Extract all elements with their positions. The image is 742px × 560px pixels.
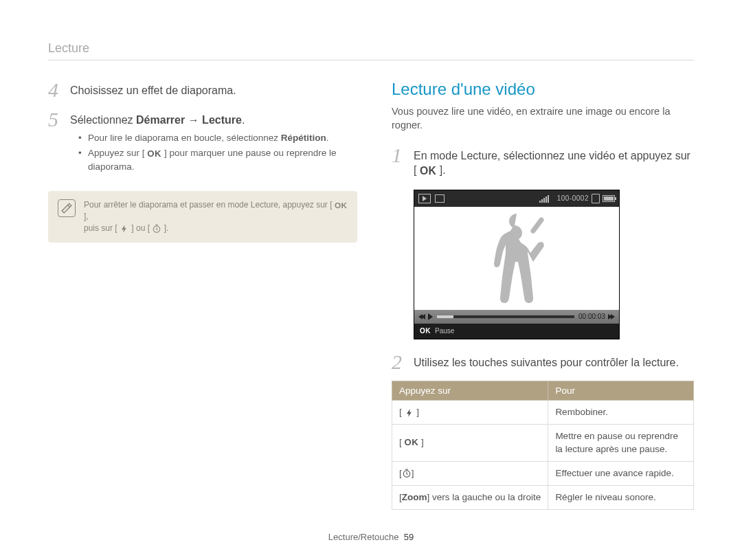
progress-bar [437, 315, 574, 318]
play-icon [428, 313, 433, 320]
flash-icon [405, 408, 414, 418]
step-2: 2 Utilisez les touches suivantes pour co… [392, 352, 694, 374]
bullet-repetition: Pour lire le diaporama en boucle, sélect… [81, 131, 357, 145]
battery-icon [603, 195, 615, 202]
table-row: [ OK ] Mettre en pause ou reprendre la l… [392, 425, 694, 461]
signal-icon [539, 194, 554, 203]
key-zoom: [Zoom] vers la gauche ou la droite [392, 486, 548, 510]
key-timer: [] [392, 461, 548, 485]
ok-icon: OK [147, 147, 161, 160]
ok-icon: OK [420, 164, 437, 178]
footer-label: Pause [435, 327, 454, 335]
table-row: [Zoom] vers la gauche ou la droite Régle… [392, 486, 694, 510]
timer-icon [152, 224, 161, 234]
step-number: 5 [48, 109, 63, 175]
svg-rect-1 [539, 201, 541, 203]
bullet-pause: Appuyez sur [ OK ] pour marquer une paus… [81, 146, 357, 174]
file-counter: 100-0002 [557, 194, 589, 202]
ok-icon: OK [405, 437, 419, 447]
table-header-action: Pour [548, 381, 694, 401]
section-title: Lecture d'une vidéo [392, 80, 694, 99]
step-5: 5 Sélectionnez Démarrer → Lecture. Pour … [48, 109, 357, 175]
step-number: 1 [392, 145, 407, 183]
page-number: 59 [404, 532, 414, 542]
step-number: 4 [48, 80, 63, 102]
header-rule [48, 60, 694, 60]
note-text: Pour arrêter le diaporama et passer en m… [84, 199, 348, 234]
action-ffwd: Effectuer une avance rapide. [548, 461, 694, 485]
video-footer: OK Pause [414, 324, 619, 339]
svg-rect-3 [543, 198, 545, 203]
column-left: 4 Choisissez un effet de diaporama. 5 Sé… [48, 80, 357, 510]
table-row: [ ] Rembobiner. [392, 401, 694, 425]
video-preview: 100-0002 00:00:03 [414, 190, 620, 339]
sd-card-icon [592, 194, 600, 203]
svg-rect-5 [548, 195, 549, 203]
key-ok: [ OK ] [392, 425, 548, 461]
step-1: 1 En mode Lecture, sélectionnez une vidé… [392, 145, 694, 183]
action-rewind: Rembobiner. [548, 401, 694, 425]
step-text: Sélectionnez Démarrer → Lecture. [70, 113, 357, 128]
page-header: Lecture [48, 41, 694, 56]
play-mode-icon [418, 194, 431, 203]
timecode: 00:00:03 [578, 313, 605, 320]
pencil-note-icon [58, 199, 76, 217]
action-pause: Mettre en pause ou reprendre la lecture … [548, 425, 694, 461]
step-4: 4 Choisissez un effet de diaporama. [48, 80, 357, 102]
svg-rect-2 [541, 199, 543, 203]
video-status-bar: 100-0002 [414, 190, 619, 207]
table-row: [] Effectuer une avance rapide. [392, 461, 694, 485]
step-number: 2 [392, 352, 407, 374]
fast-forward-icon [609, 314, 615, 320]
ok-icon: OK [335, 200, 348, 211]
person-silhouette-icon [479, 210, 554, 310]
timer-icon [402, 469, 412, 478]
step-text: Choisissez un effet de diaporama. [70, 83, 236, 98]
flash-icon [120, 224, 129, 234]
ok-icon: OK [420, 327, 431, 335]
step-text: Utilisez les touches suivantes pour cont… [414, 355, 679, 370]
footer-section: Lecture/Retouche [328, 532, 399, 542]
video-controls: 00:00:03 [414, 310, 619, 324]
film-icon [435, 194, 445, 203]
svg-rect-4 [546, 197, 547, 203]
page-footer: Lecture/Retouche 59 [0, 532, 742, 542]
note-box: Pour arrêter le diaporama et passer en m… [48, 191, 357, 243]
section-intro: Vous pouvez lire une vidéo, en extraire … [392, 104, 694, 133]
controls-table: Appuyez sur Pour [ ] Rembobiner. [ OK ] [392, 381, 694, 510]
rewind-icon [418, 314, 424, 320]
video-body [414, 207, 619, 310]
step-text: En mode Lecture, sélectionnez une vidéo … [414, 148, 694, 179]
action-volume: Régler le niveau sonore. [548, 486, 694, 510]
table-header-key: Appuyez sur [392, 381, 548, 401]
key-flash: [ ] [392, 401, 548, 425]
column-right: Lecture d'une vidéo Vous pouvez lire une… [392, 80, 694, 510]
